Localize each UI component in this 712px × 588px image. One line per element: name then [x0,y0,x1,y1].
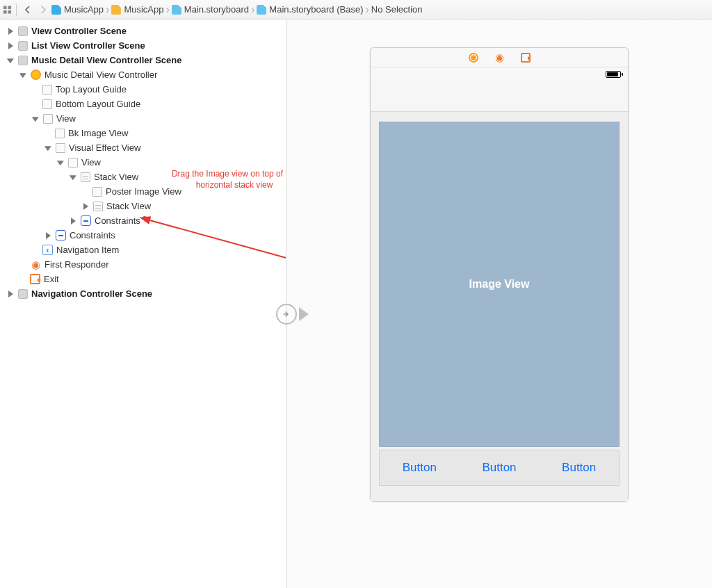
scene-icon [18,26,28,36]
nav-forward-icon[interactable] [36,3,50,17]
first-responder-icon: ◉ [30,259,41,270]
breadcrumb-label: MusicApp [124,4,163,15]
disclosure-triangle-icon[interactable] [45,232,52,239]
storyboard-base-icon [257,5,266,15]
button-3[interactable]: Button [539,450,619,485]
scene-row[interactable]: View Controller Scene [0,24,286,38]
effectview-label: Visual Effect View [69,142,140,153]
status-bar [371,67,628,81]
chevron-right-icon: › [251,4,254,15]
project-file-icon [51,5,61,15]
button-1[interactable]: Button [380,450,460,485]
view-body: Image View Button Button Button [371,112,628,501]
scene-row[interactable]: List View Controller Scene [0,38,286,53]
chevron-right-icon: › [365,4,369,15]
storyboard-canvas[interactable]: ◉ Image View Button Button Button [286,19,712,588]
related-items-icon[interactable] [3,3,17,17]
layoutguide-label: Bottom Layout Guide [56,99,140,109]
disclosure-triangle-icon[interactable] [8,291,15,297]
view-label: View [56,113,76,124]
scene-label: List View Controller Scene [31,40,145,51]
image-view-label: Image View [469,278,530,291]
disclosure-triangle-icon[interactable] [8,42,15,49]
storyboard-file-icon [172,5,181,15]
layout-guide-icon [42,99,52,109]
viewcontroller-icon [31,70,41,80]
svg-rect-3 [8,10,11,13]
button-label: Button [482,461,516,475]
svg-rect-1 [8,6,11,9]
navitem-icon: ‹ [42,245,53,255]
viewcontroller-dock-icon[interactable] [469,53,478,63]
disclosure-triangle-icon[interactable] [70,218,77,224]
view-row[interactable]: View [0,155,286,170]
layoutguide-row[interactable]: Top Layout Guide [0,82,286,97]
imageview-row[interactable]: Bk Image View [0,126,286,140]
exit-icon [30,274,40,284]
navitem-label: Navigation Item [56,245,119,255]
layoutguide-label: Top Layout Guide [56,84,127,95]
view-label: View [81,157,101,168]
imageview-label: Bk Image View [68,128,128,138]
svg-rect-2 [3,10,7,13]
disclosure-triangle-icon[interactable] [8,28,15,35]
scene-row[interactable]: Navigation Controller Scene [0,286,286,301]
poster-image-view[interactable]: Image View [379,122,620,447]
breadcrumb-item[interactable]: No Selection [371,4,423,15]
chevron-right-icon: › [165,4,169,15]
poster-image-label: Poster Image View [106,186,181,197]
disclosure-triangle-icon[interactable] [70,174,77,181]
first-responder-dock-icon[interactable]: ◉ [495,52,504,63]
breadcrumb-item[interactable]: MusicApp [51,4,104,15]
viewcontroller-row[interactable]: Music Detail View Controller [0,67,286,82]
segue-icon [276,304,297,325]
breadcrumb-item[interactable]: MusicApp [111,4,163,15]
constraints-icon [56,230,66,240]
first-responder-label: First Responder [44,259,108,270]
stackview-label: Stack View [94,172,138,182]
breadcrumb-label: MusicApp [64,4,104,15]
segue-handle[interactable] [273,300,300,328]
battery-icon [606,71,621,78]
exit-dock-icon[interactable] [521,53,531,63]
stackview-row[interactable]: Stack View [0,199,286,213]
first-responder-row[interactable]: ◉ First Responder [0,257,286,272]
constraints-label: Constraints [70,230,115,240]
breadcrumb-bar: MusicApp › MusicApp › Main.storyboard › … [0,0,712,19]
svg-rect-0 [3,6,7,9]
breadcrumb-item[interactable]: Main.storyboard [172,4,249,15]
stackview-label: Stack View [106,201,151,211]
effectview-row[interactable]: Visual Effect View [0,140,286,155]
breadcrumb: MusicApp › MusicApp › Main.storyboard › … [51,4,709,15]
poster-image-row[interactable]: Poster Image View [0,184,286,199]
constraints-row[interactable]: Constraints [0,213,286,228]
layout-guide-icon [42,85,52,95]
navigation-item-row[interactable]: ‹ Navigation Item [0,243,286,257]
scene-icon [18,56,28,65]
button-label: Button [562,461,596,475]
view-row[interactable]: View [0,111,286,126]
disclosure-triangle-icon[interactable] [33,115,40,122]
disclosure-triangle-icon[interactable] [8,57,15,64]
nav-back-icon[interactable] [21,3,35,17]
breadcrumb-item[interactable]: Main.storyboard (Base) [257,4,363,15]
view-icon [68,158,78,168]
navigation-bar [371,81,628,112]
imageview-icon [55,129,65,138]
constraints-row[interactable]: Constraints [0,228,286,243]
imageview-icon [92,187,102,197]
disclosure-triangle-icon[interactable] [20,72,27,79]
document-outline[interactable]: View Controller Scene List View Controll… [0,19,286,588]
stackview-row[interactable]: Stack View [0,170,286,184]
device-preview[interactable]: ◉ Image View Button Button Button [370,47,629,502]
disclosure-triangle-icon[interactable] [58,159,65,166]
scene-row[interactable]: Music Detail View Controller Scene [0,53,286,67]
disclosure-triangle-icon[interactable] [83,203,90,210]
scene-dock: ◉ [371,48,628,67]
scene-icon [18,289,28,299]
exit-row[interactable]: Exit [0,272,286,286]
scene-label: Music Detail View Controller Scene [31,55,182,65]
button-2[interactable]: Button [460,450,540,485]
layoutguide-row[interactable]: Bottom Layout Guide [0,97,286,111]
disclosure-triangle-icon[interactable] [45,145,52,152]
